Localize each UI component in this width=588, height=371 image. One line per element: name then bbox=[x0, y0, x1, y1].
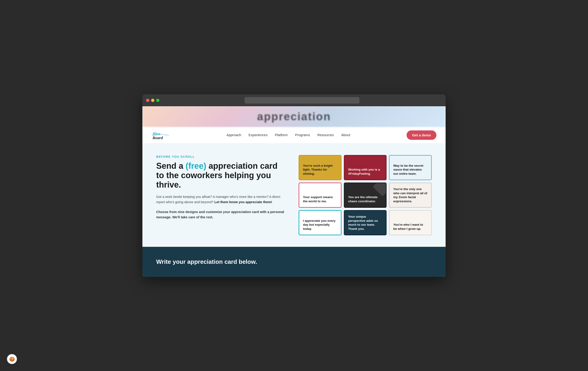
svg-text:Board: Board bbox=[152, 135, 163, 140]
nav-link-platform[interactable]: Platform bbox=[275, 133, 288, 137]
card-9[interactable]: You're who I want to be when I grow up. bbox=[389, 210, 432, 235]
nav-link-experiences[interactable]: Experiences bbox=[249, 133, 268, 137]
main-content: BEFORE YOU SCROLL Send a (free) apprecia… bbox=[142, 144, 446, 247]
bottom-section: Write your appreciation card below. bbox=[142, 247, 446, 277]
card-5[interactable]: You are the ultimate chaos coordinator. bbox=[344, 183, 387, 208]
nav-link-about[interactable]: About bbox=[341, 133, 350, 137]
headline: Send a (free) appreciation card to the c… bbox=[156, 161, 285, 190]
content-grid: BEFORE YOU SCROLL Send a (free) apprecia… bbox=[156, 155, 432, 235]
card-1[interactable]: You're such a bright light. Thanks for s… bbox=[299, 155, 342, 180]
card-3[interactable]: Way to be the secret sauce that elevates… bbox=[389, 155, 432, 180]
card-2[interactable]: Working with you is a #FridayFeeling. bbox=[344, 155, 387, 180]
browser-window: appreciation Blue Board Approach Experie… bbox=[142, 94, 446, 277]
nav-item-platform[interactable]: Platform bbox=[275, 133, 288, 137]
description-secondary: Choose from nine designs and customize y… bbox=[156, 209, 285, 220]
nav-item-about[interactable]: About bbox=[341, 133, 350, 137]
cards-grid: You're such a bright light. Thanks for s… bbox=[299, 155, 432, 235]
get-demo-button[interactable]: Get a demo bbox=[407, 130, 436, 140]
card-2-text: Working with you is a #FridayFeeling. bbox=[348, 168, 382, 176]
browser-chrome bbox=[142, 94, 446, 106]
url-bar[interactable] bbox=[245, 97, 359, 103]
nav-links: Approach Experiences Platform Programs R… bbox=[226, 133, 350, 137]
card-6[interactable]: You're the only one who can interpret al… bbox=[389, 183, 432, 208]
card-9-text: You're who I want to be when I grow up. bbox=[393, 223, 428, 231]
nav-item-approach[interactable]: Approach bbox=[226, 133, 241, 137]
card-1-text: You're such a bright light. Thanks for s… bbox=[303, 164, 337, 176]
card-4-text: Your support means the world to me. bbox=[303, 195, 337, 203]
before-scroll-label: BEFORE YOU SCROLL bbox=[156, 155, 285, 158]
blur-text: appreciation bbox=[257, 110, 331, 123]
nav-link-resources[interactable]: Resources bbox=[317, 133, 334, 137]
nav-item-resources[interactable]: Resources bbox=[317, 133, 334, 137]
minimize-button[interactable] bbox=[151, 99, 154, 102]
card-7[interactable]: I appreciate you every day but especiall… bbox=[299, 210, 342, 235]
logo-svg: Blue Board bbox=[152, 129, 170, 141]
bottom-heading: Write your appreciation card below. bbox=[156, 258, 257, 265]
logo[interactable]: Blue Board bbox=[152, 129, 170, 141]
card-5-text: You are the ultimate chaos coordinator. bbox=[348, 195, 382, 203]
headline-free: (free) bbox=[186, 161, 206, 171]
nav-link-programs[interactable]: Programs bbox=[295, 133, 310, 137]
browser-content: appreciation Blue Board Approach Experie… bbox=[142, 106, 446, 277]
headline-part1: Send a bbox=[156, 161, 186, 171]
description-bold: Let them know you appreciate them! bbox=[214, 200, 272, 204]
card-6-text: You're the only one who can interpret al… bbox=[393, 187, 428, 203]
card-4[interactable]: Your support means the world to me. bbox=[299, 183, 342, 208]
card-8-text: Your unique perspective adds so much to … bbox=[348, 215, 382, 231]
card-8[interactable]: Your unique perspective adds so much to … bbox=[344, 210, 387, 235]
nav-item-programs[interactable]: Programs bbox=[295, 133, 310, 137]
description-primary: Got a work bestie keeping you afloat? A … bbox=[156, 194, 285, 205]
close-button[interactable] bbox=[146, 99, 149, 102]
traffic-lights bbox=[146, 99, 159, 102]
card-3-text: Way to be the secret sauce that elevates… bbox=[393, 164, 428, 176]
cookie-consent-button[interactable]: 🍪 bbox=[7, 354, 17, 364]
cookie-icon: 🍪 bbox=[9, 356, 15, 362]
card-7-text: I appreciate you every day but especiall… bbox=[303, 219, 337, 231]
nav-item-experiences[interactable]: Experiences bbox=[249, 133, 268, 137]
maximize-button[interactable] bbox=[156, 99, 159, 102]
top-blur-section: appreciation bbox=[142, 106, 446, 127]
nav-link-approach[interactable]: Approach bbox=[226, 133, 241, 137]
navbar: Blue Board Approach Experiences Platform… bbox=[142, 127, 446, 144]
left-content: BEFORE YOU SCROLL Send a (free) apprecia… bbox=[156, 155, 289, 220]
